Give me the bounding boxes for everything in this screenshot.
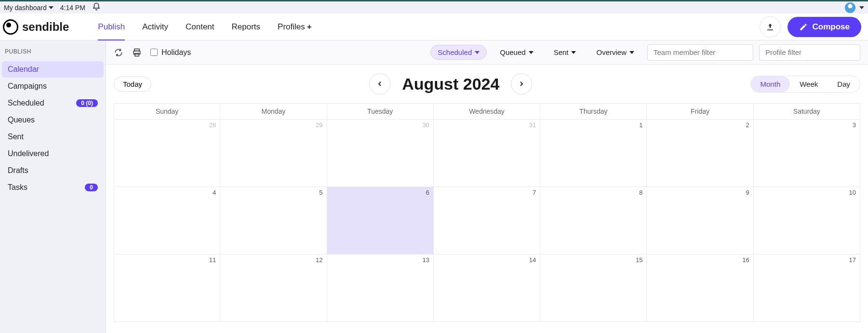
calendar-cell[interactable]: 2 <box>647 120 753 187</box>
filter-scheduled[interactable]: Scheduled <box>430 45 487 60</box>
sidebar-item-tasks[interactable]: Tasks 0 <box>2 179 104 196</box>
sidebar-item-scheduled[interactable]: Scheduled 0 (0) <box>2 95 104 111</box>
sidebar-item-undelivered[interactable]: Undelivered <box>2 146 104 162</box>
cell-number: 5 <box>319 189 322 196</box>
cell-number: 13 <box>422 256 429 264</box>
month-title: August 2024 <box>402 75 499 93</box>
calendar-cell[interactable]: 8 <box>540 187 647 254</box>
caret-down-icon <box>475 51 480 54</box>
calendar-cell[interactable]: 31 <box>434 120 540 187</box>
toolbar: Holidays Scheduled Queued Sent Overview <box>106 40 868 65</box>
cell-number: 4 <box>213 189 216 196</box>
calendar-cell[interactable]: 29 <box>220 120 327 187</box>
sidebar: PUBLISH Calendar Campaigns Scheduled 0 (… <box>0 40 106 333</box>
calendar-grid: SundayMondayTuesdayWednesdayThursdayFrid… <box>114 103 860 333</box>
cell-number: 2 <box>746 121 749 129</box>
chip-label: Queued <box>500 48 525 56</box>
today-button[interactable]: Today <box>114 77 151 92</box>
dow-header: Wednesday <box>434 104 540 120</box>
calendar-header: Today August 2024 Month Week Day <box>106 65 868 103</box>
logo[interactable]: sendible <box>3 19 69 35</box>
avatar[interactable] <box>845 2 855 13</box>
sidebar-item-campaigns[interactable]: Campaigns <box>2 78 104 94</box>
cell-number: 12 <box>316 256 322 264</box>
dow-header: Thursday <box>540 104 647 120</box>
prev-month-button[interactable] <box>369 73 390 94</box>
sidebar-item-sent[interactable]: Sent <box>2 129 104 145</box>
dow-header: Monday <box>220 104 327 120</box>
filter-queued[interactable]: Queued <box>493 45 540 60</box>
calendar-cell[interactable]: 30 <box>327 120 434 187</box>
caret-down-icon <box>49 6 53 9</box>
compose-button[interactable]: Compose <box>788 17 861 37</box>
profile-filter-input[interactable] <box>759 44 860 61</box>
nav-profiles-label: Profiles <box>278 22 305 32</box>
badge: 0 (0) <box>76 99 98 107</box>
calendar-cell[interactable]: 16 <box>647 254 753 322</box>
team-filter-input[interactable] <box>647 44 753 61</box>
view-day[interactable]: Day <box>828 76 860 92</box>
sidebar-item-label: Queues <box>8 116 35 124</box>
print-icon[interactable] <box>132 48 142 57</box>
upload-button[interactable] <box>760 16 781 38</box>
nav-content[interactable]: Content <box>186 13 214 40</box>
sidebar-item-label: Campaigns <box>8 82 47 91</box>
sidebar-item-drafts[interactable]: Drafts <box>2 162 104 179</box>
nav-reports[interactable]: Reports <box>232 13 261 40</box>
cell-number: 9 <box>746 189 749 196</box>
main-nav: Publish Activity Content Reports Profile… <box>98 13 311 40</box>
calendar-cell[interactable]: 1 <box>540 120 647 187</box>
nav-activity[interactable]: Activity <box>142 13 168 40</box>
calendar-cell[interactable]: 12 <box>220 254 327 322</box>
calendar-cell[interactable]: 7 <box>434 187 540 254</box>
calendar-cell[interactable]: 11 <box>114 254 220 322</box>
calendar-cell[interactable]: 13 <box>327 254 434 322</box>
chip-label: Overview <box>596 48 627 56</box>
holidays-label: Holidays <box>161 48 191 57</box>
header: sendible Publish Activity Content Report… <box>0 13 868 40</box>
calendar-cell[interactable]: 6 <box>327 187 434 254</box>
caret-down-icon <box>629 51 634 54</box>
filter-overview[interactable]: Overview <box>589 45 641 60</box>
calendar-cell[interactable]: 17 <box>754 254 860 322</box>
calendar-cell[interactable]: 9 <box>647 187 753 254</box>
calendar-cell[interactable]: 28 <box>114 120 220 187</box>
bell-icon[interactable] <box>92 2 101 13</box>
sidebar-item-label: Scheduled <box>8 99 44 107</box>
plus-icon: + <box>307 22 312 32</box>
nav-publish[interactable]: Publish <box>98 13 125 40</box>
sidebar-item-label: Drafts <box>8 166 28 175</box>
nav-reports-label: Reports <box>232 22 261 32</box>
calendar-cell[interactable]: 10 <box>754 187 860 254</box>
calendar-cell[interactable]: 5 <box>220 187 327 254</box>
badge: 0 <box>85 184 98 191</box>
sidebar-item-calendar[interactable]: Calendar <box>2 61 104 78</box>
dashboard-dropdown[interactable]: My dashboard <box>4 4 53 12</box>
cell-number: 3 <box>853 121 856 129</box>
refresh-icon[interactable] <box>114 48 123 57</box>
calendar-cell[interactable]: 4 <box>114 187 220 254</box>
cell-number: 14 <box>529 256 536 264</box>
cell-number: 11 <box>209 256 216 264</box>
view-month[interactable]: Month <box>751 76 790 92</box>
calendar-cell[interactable]: 14 <box>434 254 540 322</box>
nav-profiles[interactable]: Profiles+ <box>278 13 312 40</box>
filter-sent[interactable]: Sent <box>547 45 584 60</box>
cell-number: 16 <box>742 256 749 264</box>
sidebar-item-queues[interactable]: Queues <box>2 112 104 128</box>
cell-number: 1 <box>639 121 642 129</box>
user-menu-caret-icon[interactable] <box>859 6 864 9</box>
nav-content-label: Content <box>186 22 214 32</box>
view-week[interactable]: Week <box>790 76 828 92</box>
brand-label: sendible <box>22 20 69 34</box>
holidays-toggle[interactable]: Holidays <box>150 48 191 57</box>
compose-label: Compose <box>813 22 850 32</box>
calendar-cell[interactable]: 15 <box>540 254 647 322</box>
view-toggle: Month Week Day <box>750 76 860 93</box>
sidebar-item-label: Tasks <box>8 183 27 192</box>
dow-header: Friday <box>647 104 753 120</box>
holidays-checkbox[interactable] <box>150 49 158 56</box>
next-month-button[interactable] <box>511 73 532 94</box>
cell-number: 8 <box>639 189 642 196</box>
calendar-cell[interactable]: 3 <box>754 120 860 187</box>
